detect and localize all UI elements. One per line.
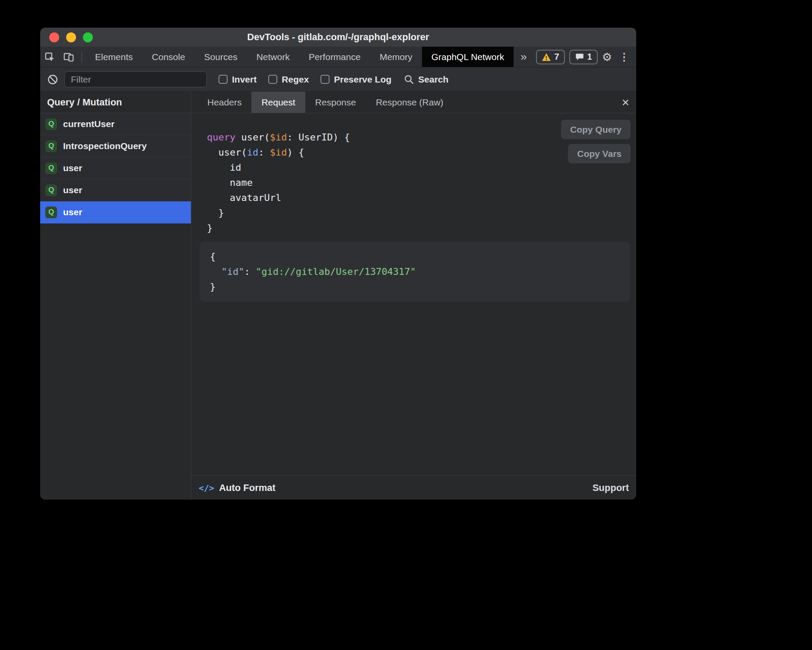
tab-sources[interactable]: Sources xyxy=(195,47,247,67)
filter-toolbar: Invert Regex Preserve Log Search xyxy=(40,67,636,92)
issues-icon xyxy=(575,52,584,62)
tab-console[interactable]: Console xyxy=(143,47,195,67)
invert-checkbox-label: Invert xyxy=(232,74,257,85)
query-item-label: currentUser xyxy=(63,119,114,129)
query-type-badge: Q xyxy=(45,118,57,130)
query-item-label: user xyxy=(63,207,82,217)
invert-checkbox-box xyxy=(219,75,228,84)
sidebar-item-user-2[interactable]: Q user xyxy=(40,179,191,201)
sidebar-item-introspectionquery[interactable]: Q IntrospectionQuery xyxy=(40,135,191,157)
request-content: Copy Query Copy Vars query user($id: Use… xyxy=(191,113,636,475)
close-window-button[interactable] xyxy=(49,32,59,42)
devtools-window: DevTools - gitlab.com/-/graphql-explorer… xyxy=(40,28,636,500)
more-tabs-icon[interactable]: » xyxy=(514,47,533,67)
warnings-badge[interactable]: 7 xyxy=(536,50,565,64)
regex-checkbox-box xyxy=(268,75,277,84)
warning-count: 7 xyxy=(554,52,559,62)
close-detail-icon[interactable]: × xyxy=(622,92,629,113)
search-icon xyxy=(403,74,414,85)
query-item-label: user xyxy=(63,185,82,195)
copy-query-button[interactable]: Copy Query xyxy=(561,120,631,139)
query-list-panel: Query / Mutation Q currentUser Q Introsp… xyxy=(40,92,191,500)
invert-checkbox[interactable]: Invert xyxy=(219,74,257,85)
minimize-window-button[interactable] xyxy=(66,32,76,42)
query-type-badge: Q xyxy=(45,162,57,174)
preserve-log-checkbox[interactable]: Preserve Log xyxy=(320,74,391,85)
search-toggle[interactable]: Search xyxy=(403,74,448,85)
device-toolbar-icon[interactable] xyxy=(59,47,78,67)
zoom-window-button[interactable] xyxy=(83,32,93,42)
preserve-log-checkbox-box xyxy=(320,75,330,84)
regex-checkbox[interactable]: Regex xyxy=(268,74,309,85)
query-list-header: Query / Mutation xyxy=(40,92,191,113)
tab-performance[interactable]: Performance xyxy=(299,47,370,67)
tab-headers[interactable]: Headers xyxy=(197,92,251,113)
window-title: DevTools - gitlab.com/-/graphql-explorer xyxy=(247,32,429,43)
auto-format-button[interactable]: </> Auto Format xyxy=(199,482,276,494)
toolbar-divider xyxy=(82,51,82,63)
tab-response-raw[interactable]: Response (Raw) xyxy=(366,92,453,113)
clear-log-icon[interactable] xyxy=(47,74,58,85)
query-variables-code: { "id": "gid://gitlab/User/13704317"} xyxy=(210,249,620,294)
sidebar-item-user-3[interactable]: Q user xyxy=(40,201,191,223)
tab-graphql-network[interactable]: GraphQL Network xyxy=(422,47,514,67)
support-link[interactable]: Support xyxy=(593,482,629,494)
inspect-element-icon[interactable] xyxy=(40,47,59,67)
regex-checkbox-label: Regex xyxy=(282,74,309,85)
tab-response[interactable]: Response xyxy=(305,92,366,113)
code-brackets-icon: </> xyxy=(199,483,214,493)
detail-footer: </> Auto Format Support xyxy=(191,475,636,500)
traffic-lights xyxy=(49,28,93,47)
tab-network[interactable]: Network xyxy=(247,47,299,67)
warning-icon xyxy=(542,53,551,61)
preserve-log-checkbox-label: Preserve Log xyxy=(334,74,391,85)
issues-badge[interactable]: 1 xyxy=(569,50,598,64)
sidebar-item-currentuser[interactable]: Q currentUser xyxy=(40,113,191,135)
query-item-label: user xyxy=(63,163,82,173)
devtools-tab-bar: Elements Console Sources Network Perform… xyxy=(40,47,636,67)
request-detail-panel: Headers Request Response Response (Raw) … xyxy=(191,92,636,500)
query-type-badge: Q xyxy=(45,185,57,196)
sidebar-item-user-1[interactable]: Q user xyxy=(40,157,191,179)
copy-vars-button[interactable]: Copy Vars xyxy=(568,144,631,163)
detail-tab-bar: Headers Request Response Response (Raw) … xyxy=(191,92,636,113)
auto-format-label: Auto Format xyxy=(219,482,276,494)
tab-memory[interactable]: Memory xyxy=(370,47,422,67)
issues-count: 1 xyxy=(587,52,592,62)
tab-elements[interactable]: Elements xyxy=(86,47,143,67)
main-split: Query / Mutation Q currentUser Q Introsp… xyxy=(40,92,636,500)
search-label: Search xyxy=(418,74,448,85)
query-type-badge: Q xyxy=(45,140,57,152)
kebab-menu-icon[interactable]: ⋮ xyxy=(616,52,629,62)
query-variables-box: { "id": "gid://gitlab/User/13704317"} xyxy=(200,242,630,302)
settings-gear-icon[interactable]: ⚙ xyxy=(602,51,612,63)
filter-input[interactable] xyxy=(64,71,207,87)
title-bar: DevTools - gitlab.com/-/graphql-explorer xyxy=(40,28,636,47)
query-item-label: IntrospectionQuery xyxy=(63,141,147,151)
tab-request[interactable]: Request xyxy=(251,92,305,113)
query-type-badge: Q xyxy=(45,207,57,218)
